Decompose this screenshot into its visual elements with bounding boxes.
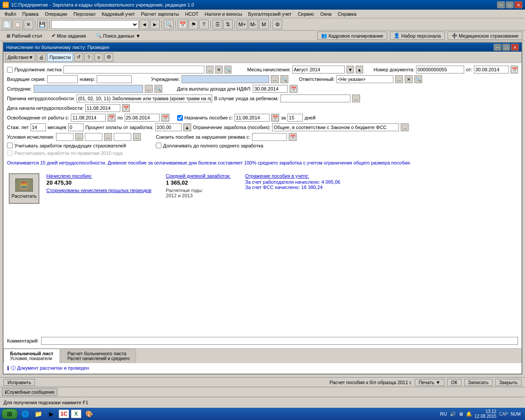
- resp-select-btn[interactable]: ...: [395, 75, 403, 83]
- month-down-btn[interactable]: ▼: [346, 66, 354, 74]
- fix-btn[interactable]: Исправить: [4, 379, 35, 386]
- menu-help[interactable]: Справка: [335, 10, 359, 18]
- ok-btn[interactable]: ОК: [447, 379, 462, 386]
- reduce-benefit-cal-btn[interactable]: 📅: [289, 133, 297, 141]
- app1-icon[interactable]: 1С: [59, 410, 69, 418]
- post-btn[interactable]: Провести: [47, 53, 73, 62]
- paint-icon[interactable]: 🎨: [83, 409, 94, 419]
- institution-search-btn[interactable]: 🔍: [280, 75, 288, 83]
- cond1-select-btn[interactable]: ...: [75, 133, 83, 141]
- responsible-input[interactable]: [336, 75, 393, 83]
- flag-btn[interactable]: ⚑: [189, 20, 198, 29]
- settings-btn[interactable]: ⚙: [273, 20, 282, 29]
- folder-icon[interactable]: 📁: [32, 409, 44, 419]
- menu-file[interactable]: Файл: [2, 10, 19, 18]
- help-btn[interactable]: ?: [199, 20, 209, 29]
- canceled-note[interactable]: Сторнированы начисления прошлых периодов: [46, 188, 151, 193]
- exemption-to-cal-btn[interactable]: 📅: [161, 114, 169, 122]
- menu-hr[interactable]: Кадровый учет: [99, 10, 137, 18]
- calendar-btn[interactable]: 📅: [178, 20, 188, 29]
- m-plus-btn[interactable]: M+: [237, 20, 248, 29]
- start-btn[interactable]: ⊞: [2, 409, 18, 419]
- window-close-btn[interactable]: ✕: [511, 44, 519, 51]
- condition2-input[interactable]: [85, 133, 102, 141]
- view-btn[interactable]: ≡: [94, 53, 103, 62]
- continuation-checkbox[interactable]: [7, 67, 13, 73]
- menu-personnel[interactable]: Персонал: [71, 10, 98, 18]
- continuation-clear-btn[interactable]: ✕: [215, 66, 223, 74]
- exemption-from-cal-btn[interactable]: 📅: [108, 114, 116, 122]
- print-win-btn[interactable]: 🖨: [37, 53, 46, 62]
- m-minus-btn[interactable]: M-: [248, 20, 258, 29]
- series-input[interactable]: [47, 75, 78, 83]
- excel-icon[interactable]: X: [71, 410, 81, 418]
- experience-months-input[interactable]: [68, 123, 84, 131]
- exemption-from-input[interactable]: [71, 114, 106, 122]
- service-messages-btn[interactable]: ℹ Служебные сообщения: [2, 388, 57, 396]
- sort-btn[interactable]: ⇅: [223, 20, 233, 29]
- docnum-input[interactable]: [416, 66, 464, 74]
- number-input[interactable]: [97, 75, 132, 83]
- condition3-input[interactable]: [114, 133, 131, 141]
- condition1-input[interactable]: [56, 133, 74, 141]
- menu-payroll[interactable]: Расчет зарплаты: [138, 10, 182, 18]
- menu-service[interactable]: Сервис: [295, 10, 317, 18]
- days-input[interactable]: [287, 114, 303, 122]
- disability-date-cal-btn[interactable]: 📅: [122, 104, 130, 112]
- continuation-input[interactable]: [63, 66, 204, 74]
- media-icon[interactable]: ▶: [46, 409, 57, 419]
- full-average-checkbox[interactable]: [156, 143, 161, 148]
- question-btn[interactable]: ?: [84, 53, 93, 62]
- save-btn[interactable]: Записать: [464, 379, 493, 386]
- disability-date-input[interactable]: [85, 104, 120, 112]
- close-window-btn[interactable]: Закрыть: [495, 379, 522, 386]
- save-toolbar-btn[interactable]: 💾: [37, 20, 47, 29]
- staff-recruitment-btn[interactable]: 👤 Набор персонала: [390, 32, 444, 40]
- assign-benefit-input[interactable]: [234, 114, 270, 122]
- copy-btn[interactable]: 📋: [13, 20, 23, 29]
- tasks-btn[interactable]: ✔ Мои задания: [49, 32, 89, 40]
- search-btn[interactable]: 🔍: [164, 20, 174, 29]
- continuation-search-btn[interactable]: 🔍: [224, 66, 232, 74]
- comment-input[interactable]: [41, 337, 518, 345]
- payment-date-input[interactable]: [253, 85, 288, 93]
- continuation-select-btn[interactable]: ...: [206, 66, 214, 74]
- reduce-benefit-date-input[interactable]: [252, 133, 287, 141]
- menu-windows[interactable]: Окна: [318, 10, 334, 18]
- institution-input[interactable]: [182, 75, 269, 83]
- hr-planning-btn[interactable]: 👥 Кадровое планирование: [317, 32, 387, 40]
- forward-btn[interactable]: ►: [150, 20, 160, 29]
- exemption-to-input[interactable]: [125, 114, 160, 122]
- menu-edit[interactable]: Правка: [20, 10, 41, 18]
- desktop-btn[interactable]: 🖥 Рабочий стол: [3, 32, 45, 40]
- cond2-select-btn[interactable]: ...: [104, 133, 112, 141]
- config-btn[interactable]: ⚙: [105, 53, 113, 62]
- employee-search-btn[interactable]: 🔍: [154, 85, 162, 93]
- avg-daily-title[interactable]: Средний дневной заработок:: [166, 173, 231, 178]
- experience-years-input[interactable]: [31, 123, 46, 131]
- disability-reason-input[interactable]: [77, 94, 212, 102]
- actions-dropdown-btn[interactable]: Действия ▼: [5, 53, 35, 62]
- list-btn[interactable]: ☰: [213, 20, 222, 29]
- search-data-btn[interactable]: 🔍 Поиск данных ▼: [93, 32, 144, 40]
- earnings-limit-input[interactable]: [272, 123, 399, 131]
- minimize-btn[interactable]: ─: [497, 1, 505, 8]
- browser-icon[interactable]: 🌐: [19, 409, 31, 419]
- menu-accounting[interactable]: Бухгалтерский учет: [245, 10, 294, 18]
- payment-date-cal-btn[interactable]: 📅: [290, 85, 298, 93]
- payment-percent-input[interactable]: [155, 123, 182, 131]
- assign-benefit-checkbox[interactable]: [177, 115, 183, 121]
- care-input[interactable]: [280, 94, 350, 102]
- docdate-cal-btn[interactable]: 📅: [511, 66, 518, 74]
- calc-2010-checkbox[interactable]: [7, 150, 13, 156]
- prev-employers-checkbox[interactable]: [7, 143, 13, 148]
- tab-sick-leave[interactable]: Больничный лист Условия, показатели: [4, 349, 60, 363]
- employee-input[interactable]: [34, 85, 143, 93]
- menu-taxes[interactable]: Налоги и взносы: [202, 10, 245, 18]
- institution-select-btn[interactable]: ...: [271, 75, 279, 83]
- calc-button[interactable]: 🧮 Рассчитать: [9, 173, 39, 204]
- care-select-btn[interactable]: ...: [352, 94, 360, 102]
- accrued-title[interactable]: Начислено пособия:: [46, 173, 151, 178]
- menu-nsot[interactable]: НСОТ: [182, 10, 201, 18]
- docdate-input[interactable]: [474, 66, 509, 74]
